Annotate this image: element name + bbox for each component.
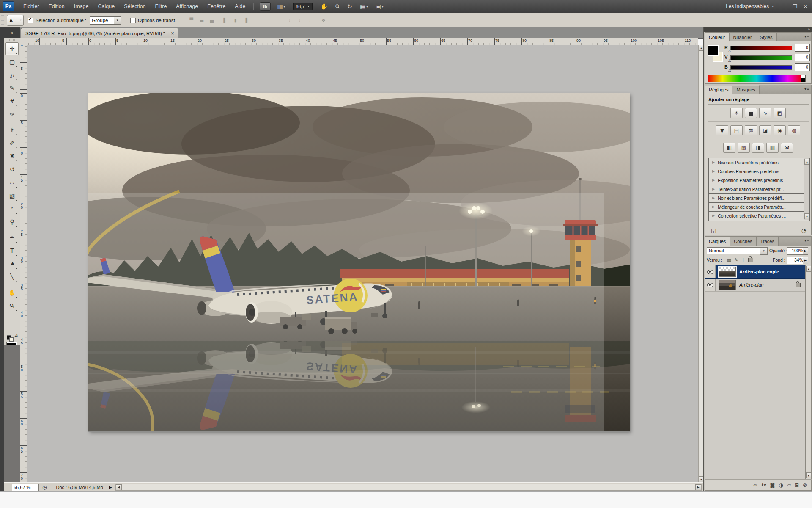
spot-healing-brush-tool[interactable]: ⚕ — [5, 124, 19, 136]
new-adjustment-layer-icon[interactable]: ◑ — [779, 482, 783, 488]
chevron-down-icon[interactable] — [760, 247, 768, 255]
preset-row[interactable]: ▶Courbes Paramètres prédéfinis — [709, 167, 809, 176]
add-layer-mask-icon[interactable]: ◙ — [770, 482, 775, 488]
expander-icon[interactable]: ▶ — [712, 176, 715, 185]
restore-button[interactable]: ❐ — [792, 3, 797, 10]
close-tab-icon[interactable]: × — [171, 30, 174, 36]
scroll-up-icon[interactable]: ▲ — [804, 159, 809, 165]
blur-tool[interactable]: ❜ — [5, 202, 19, 215]
color-tab-2[interactable]: Styles — [756, 33, 777, 41]
eraser-tool[interactable]: ▱ — [5, 176, 19, 189]
fill-field[interactable]: 34% — [787, 257, 805, 264]
preset-row[interactable]: ▶Mélangeur de couches Paramètr... — [709, 203, 809, 212]
eye-icon[interactable] — [707, 283, 713, 287]
preset-row[interactable]: ▶Noir et blanc Paramètres prédéfi... — [709, 194, 809, 203]
slider-marker-icon[interactable]: △ — [728, 58, 731, 62]
minimize-button[interactable]: – — [783, 3, 786, 10]
color-spectrum-ramp[interactable] — [708, 75, 806, 82]
scroll-up-icon[interactable]: ▲ — [806, 266, 811, 272]
brightness-contrast-adjustment-icon[interactable]: ☀ — [730, 108, 743, 118]
new-layer-icon[interactable]: ⊞ — [795, 482, 799, 488]
scroll-right-icon[interactable]: ▶ — [695, 484, 701, 490]
eye-icon[interactable] — [707, 270, 713, 274]
rectangular-marquee-tool[interactable]: ▢ — [5, 55, 19, 68]
drag-grip[interactable] — [1, 15, 4, 25]
dock-collapse-button[interactable]: » — [704, 27, 812, 32]
menu-item[interactable]: Aide — [230, 3, 250, 9]
preset-row[interactable]: ▶Teinte/Saturation Paramètres pr... — [709, 185, 809, 194]
canvas[interactable]: SATENA — [88, 93, 630, 431]
opacity-slider-arrow[interactable]: ▶ — [803, 247, 808, 255]
menu-item[interactable]: Fichier — [19, 3, 44, 9]
panel-menu-icon[interactable]: ▾≡ — [804, 87, 809, 91]
dodge-tool[interactable]: ⚲ — [5, 215, 19, 228]
delete-layer-icon[interactable]: ⊗ — [803, 482, 807, 488]
layer-name[interactable]: Arrière-plan copie — [739, 269, 779, 274]
auto-select-checkbox[interactable] — [28, 18, 33, 23]
layer-name[interactable]: Arrière-plan — [739, 282, 763, 287]
crop-tool[interactable]: # — [5, 95, 19, 108]
history-brush-tool[interactable]: ↺ — [5, 163, 19, 176]
layer-row[interactable]: Arrière-plan — [705, 279, 807, 292]
quick-selection-tool[interactable]: ✎ — [5, 82, 19, 94]
blend-mode-select[interactable]: Normal — [707, 247, 760, 254]
scroll-left-icon[interactable]: ◀ — [116, 484, 122, 490]
type-tool[interactable]: T — [5, 244, 19, 257]
photo-filter-adjustment-icon[interactable]: ◉ — [774, 125, 786, 135]
preset-row[interactable]: ▶Niveaux Paramètres prédéfinis — [709, 158, 809, 167]
scroll-down-icon[interactable]: ▼ — [806, 472, 811, 478]
opacity-field[interactable]: 100% — [787, 247, 805, 255]
layer-thumbnail[interactable] — [719, 267, 736, 277]
black-and-white-adjustment-icon[interactable]: ◪ — [759, 125, 771, 135]
expanded-view-icon[interactable]: ◱ — [711, 227, 716, 234]
lock-all-icon[interactable] — [748, 258, 753, 262]
preset-row[interactable]: ▶Correction sélective Paramètres ... — [709, 212, 809, 220]
hue-saturation-adjustment-icon[interactable]: ▤ — [730, 125, 743, 135]
pen-tool[interactable]: ✒ — [5, 231, 19, 244]
channel-slider[interactable] — [730, 65, 792, 70]
panel-menu-icon[interactable]: ▾≡ — [804, 34, 809, 39]
status-options-icon[interactable]: ◷ — [42, 484, 47, 490]
slider-marker-icon[interactable]: △ — [728, 49, 731, 52]
layers-tab-1[interactable]: Couches — [730, 237, 756, 246]
white-swatch[interactable] — [801, 75, 805, 78]
vibrance-adjustment-icon[interactable]: ▼ — [716, 125, 728, 135]
launch-bridge-button[interactable]: Br — [260, 2, 271, 11]
hand-tool[interactable]: ✋ — [5, 286, 19, 299]
layers-tab-2[interactable]: Tracés — [757, 237, 779, 246]
show-transform-controls-checkbox[interactable] — [130, 18, 136, 23]
visibility-cell[interactable] — [705, 279, 716, 291]
auto-select-target-dropdown[interactable]: Groupe — [90, 16, 121, 25]
black-swatch[interactable] — [801, 78, 805, 82]
channel-mixer-adjustment-icon[interactable]: ◍ — [788, 125, 800, 135]
new-group-icon[interactable]: ▱ — [787, 482, 791, 488]
toolbox-collapse-button[interactable]: » — [4, 27, 20, 38]
drag-grip[interactable] — [7, 39, 17, 41]
color-tab-0[interactable]: Couleur — [705, 33, 730, 41]
lock-image-pixels-icon[interactable]: ✎ — [734, 257, 738, 263]
layer-style-icon[interactable]: fx — [761, 482, 766, 488]
layer-thumbnail[interactable] — [719, 280, 736, 290]
rotate-view-button[interactable]: ↻ — [343, 3, 356, 10]
zoom-level-select[interactable]: 66,7 — [293, 3, 312, 10]
brush-tool[interactable]: ✐ — [5, 137, 19, 149]
color-tab-1[interactable]: Nuancier — [730, 33, 756, 41]
channel-value-field[interactable]: 0 — [795, 44, 810, 52]
expander-icon[interactable]: ▶ — [712, 194, 715, 202]
lasso-tool[interactable]: ℘ — [5, 69, 19, 81]
menu-item[interactable]: Edition — [44, 3, 69, 9]
hand-tool-button[interactable]: ✋ — [317, 3, 332, 10]
menu-item[interactable]: Calque — [93, 3, 120, 9]
eyedropper-tool[interactable]: ✑ — [5, 108, 19, 121]
color-balance-adjustment-icon[interactable]: ⚖ — [745, 125, 757, 135]
layer-row[interactable]: Arrière-plan copie — [705, 265, 807, 279]
horizontal-scrollbar[interactable]: ◀ ▶ — [115, 484, 702, 491]
gradient-tool[interactable]: ▧ — [5, 189, 19, 202]
path-selection-tool[interactable]: ➤ — [5, 257, 19, 270]
document-tab[interactable]: SSGE-170LR_Evo_5.png @ 66,7% (Arrière-pl… — [21, 28, 178, 38]
link-layers-icon[interactable]: ∞ — [753, 482, 757, 488]
curves-adjustment-icon[interactable]: ∿ — [759, 108, 771, 118]
expander-icon[interactable]: ▶ — [712, 167, 715, 176]
layers-tab-0[interactable]: Calques — [705, 237, 730, 246]
channel-value-field[interactable]: 0 — [795, 54, 810, 61]
